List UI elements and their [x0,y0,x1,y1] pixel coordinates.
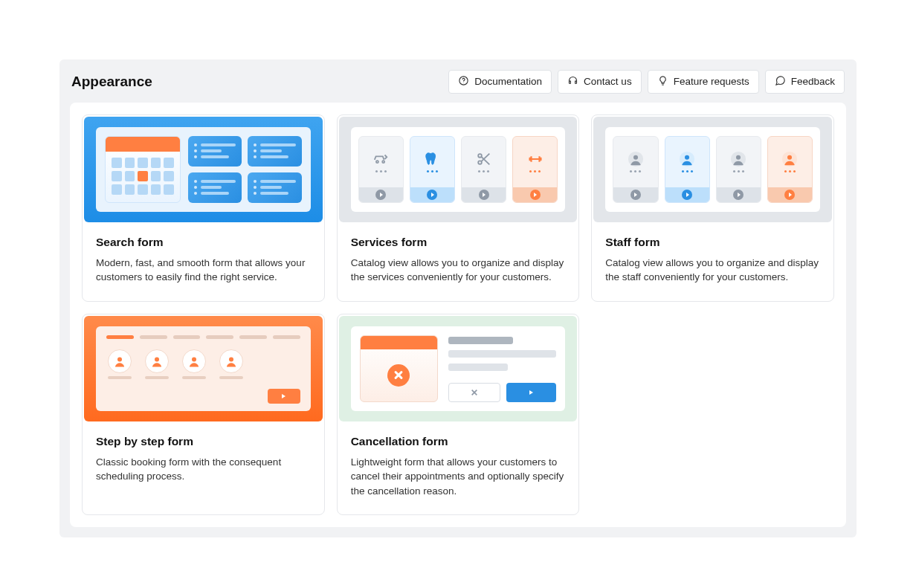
calendar-icon [105,136,181,203]
car-repair-icon [372,151,389,167]
thumb-cancel [339,316,578,421]
thumb-step [84,316,323,421]
scissors-icon [476,151,492,167]
help-circle-icon [458,75,469,88]
thumb-staff [593,117,832,222]
form-card-step[interactable]: Step by step form Classic booking form w… [82,314,325,516]
svg-point-14 [117,357,122,361]
feature-requests-button[interactable]: Feature requests [648,70,759,94]
header-row: Appearance Documentation Contact us [70,70,846,103]
page-title: Appearance [71,74,152,90]
close-circle-icon [387,364,410,387]
thumb-services [339,117,578,222]
svg-point-4 [478,154,482,158]
contact-us-button[interactable]: Contact us [558,70,642,94]
svg-point-3 [382,161,384,163]
card-title: Staff form [605,236,820,249]
cancel-button-icon [448,383,500,402]
card-title: Search form [96,236,311,249]
progress-bar-icon [106,335,300,339]
card-title: Step by step form [96,435,311,448]
svg-point-16 [192,357,196,361]
card-desc: Catalog view allows you to organize and … [605,256,820,285]
forms-grid-container: Search form Modern, fast, and smooth for… [70,103,846,528]
svg-point-1 [463,83,464,83]
card-desc: Lightweight form that allows your custom… [351,455,566,499]
svg-point-11 [736,155,741,160]
lightbulb-icon [657,75,668,88]
card-title: Cancellation form [351,435,566,448]
card-title: Services form [351,236,566,249]
svg-point-2 [376,161,378,163]
svg-point-13 [787,155,792,160]
svg-point-15 [155,357,159,361]
chat-icon [775,75,786,88]
form-card-services[interactable]: Services form Catalog view allows you to… [337,114,580,302]
headset-icon [567,75,578,88]
feedback-button[interactable]: Feedback [765,70,845,94]
documentation-button[interactable]: Documentation [448,70,552,94]
avatar-icon [679,151,695,167]
card-desc: Catalog view allows you to organize and … [351,256,566,285]
avatar-icon [628,151,644,167]
svg-point-17 [229,357,233,361]
svg-point-9 [685,155,689,160]
avatar-icon [730,151,746,167]
forms-grid: Search form Modern, fast, and smooth for… [82,114,834,516]
thumb-search [84,117,323,222]
header-actions: Documentation Contact us Feature request… [448,70,845,94]
confirm-button-icon [506,383,557,402]
appearance-panel: Appearance Documentation Contact us [59,59,857,537]
tooth-icon [424,151,440,167]
form-card-cancel[interactable]: Cancellation form Lightweight form that … [337,314,580,516]
svg-point-7 [633,155,638,160]
card-desc: Modern, fast, and smooth form that allow… [96,256,311,285]
form-card-search[interactable]: Search form Modern, fast, and smooth for… [82,114,325,302]
next-button-icon [268,389,300,404]
form-card-staff[interactable]: Staff form Catalog view allows you to or… [591,114,834,302]
card-desc: Classic booking form with the consequent… [96,455,311,484]
avatar-icon [781,151,798,167]
dumbbell-icon [527,151,544,167]
svg-point-5 [478,161,482,164]
